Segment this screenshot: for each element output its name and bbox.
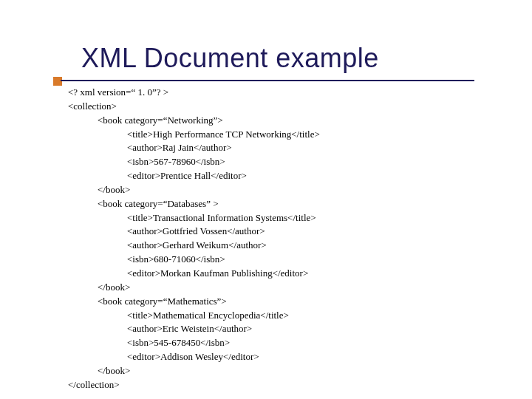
code-line: </book> <box>68 183 482 197</box>
code-line: <isbn>567-78960</isbn> <box>68 155 482 169</box>
code-line: <title>Mathematical Encyclopedia</title> <box>68 309 482 323</box>
code-line: <book category=“Networking”> <box>68 114 482 128</box>
code-line: <book category=“Databases” > <box>68 197 482 211</box>
title-wrap: XML Document example <box>81 43 379 74</box>
slide-title: XML Document example <box>81 43 379 74</box>
code-line: <title>High Performance TCP Networking</… <box>68 128 482 142</box>
code-line: <editor>Addison Wesley</editor> <box>68 350 482 364</box>
code-line: <title>Transactional Information Systems… <box>68 211 482 225</box>
code-line: </book> <box>68 281 482 295</box>
code-line: <isbn>545-678450</isbn> <box>68 336 482 350</box>
code-line: <author>Eric Weistein</author> <box>68 322 482 336</box>
code-line: <author>Gottfried Vossen</author> <box>68 225 482 239</box>
code-line: <author>Gerhard Weikum</author> <box>68 239 482 253</box>
code-line: </collection> <box>68 378 482 392</box>
slide-body: <? xml version=“ 1. 0”? ><collection><bo… <box>68 86 482 392</box>
accent-square <box>53 77 62 86</box>
title-rule <box>61 80 474 81</box>
code-line: <editor>Morkan Kaufman Publishing</edito… <box>68 267 482 281</box>
code-line: <author>Raj Jain</author> <box>68 141 482 155</box>
code-line: <editor>Prentice Hall</editor> <box>68 169 482 183</box>
slide: XML Document example <? xml version=“ 1.… <box>0 0 532 399</box>
code-line: <collection> <box>68 100 482 114</box>
code-line: <book category=“Mathematics”> <box>68 295 482 309</box>
code-line: <? xml version=“ 1. 0”? > <box>68 86 482 100</box>
code-line: </book> <box>68 364 482 378</box>
code-line: <isbn>680-71060</isbn> <box>68 253 482 267</box>
